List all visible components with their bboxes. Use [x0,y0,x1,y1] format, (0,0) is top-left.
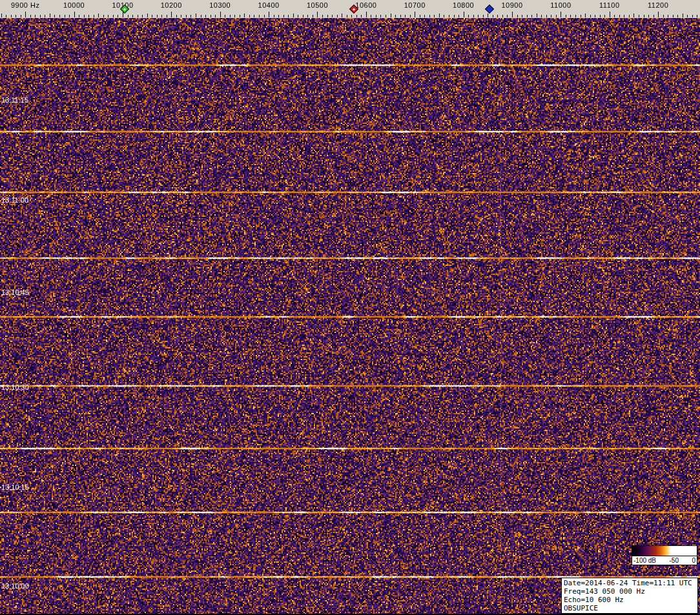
spectrogram-app: 9900 Hz100001010010200103001040010500106… [0,0,700,615]
colorbar-min-label: -100 dB [633,557,656,564]
info-freq-line: Freq=143 050 000 Hz [564,587,695,596]
freq-tick-label: 10700 [404,1,426,9]
freq-tick-label: 10300 [209,1,231,9]
info-date-line: Date=2014-06-24 Time=11:11 UTC [564,579,695,587]
freq-tick-label: 11000 [550,1,571,9]
info-station-line: OBSUPICE [564,604,695,612]
freq-tick-label: 11200 [648,1,668,9]
frequency-ruler: 9900 Hz100001010010200103001040010500106… [0,0,700,18]
time-tick-label: 13:10:15 [1,483,29,491]
freq-tick-label: 11100 [599,1,619,9]
freq-tick-label: 10500 [307,1,328,9]
freq-tick-label: 10600 [355,1,376,9]
marker-green-center [123,8,126,11]
freq-tick-label: 10200 [161,1,182,9]
colorbar-max-label: 0 [692,557,695,564]
freq-tick-label: 10000 [63,1,85,9]
time-tick-label: 13:11:00 [1,196,28,204]
freq-tick-label: 10400 [258,1,280,9]
freq-tick-label: 10800 [453,1,474,9]
colorbar-legend: -100 dB -50 0 [632,545,697,565]
info-echo-line: Echo=10 600 Hz [564,596,695,604]
freq-tick-label: 9900 Hz [11,1,39,9]
time-tick-label: 13:11:15 [1,96,28,104]
info-box: Date=2014-06-24 Time=11:11 UTC Freq=143 … [561,578,698,614]
colorbar-gradient [632,546,697,556]
marker-red-center [353,8,355,11]
colorbar-labels: -100 dB -50 0 [632,556,697,565]
time-tick-label: 13:10:00 [1,582,29,590]
time-tick-label: 13:10:30 [1,383,29,391]
freq-tick-label: 10900 [501,1,522,9]
colorbar-mid-label: -50 [670,557,679,564]
spectrogram-canvas[interactable] [0,18,700,615]
time-tick-label: 13:10:45 [1,288,29,296]
spectrogram-waterfall[interactable]: 13:11:1513:11:0013:10:4513:10:3013:10:15… [0,18,700,615]
